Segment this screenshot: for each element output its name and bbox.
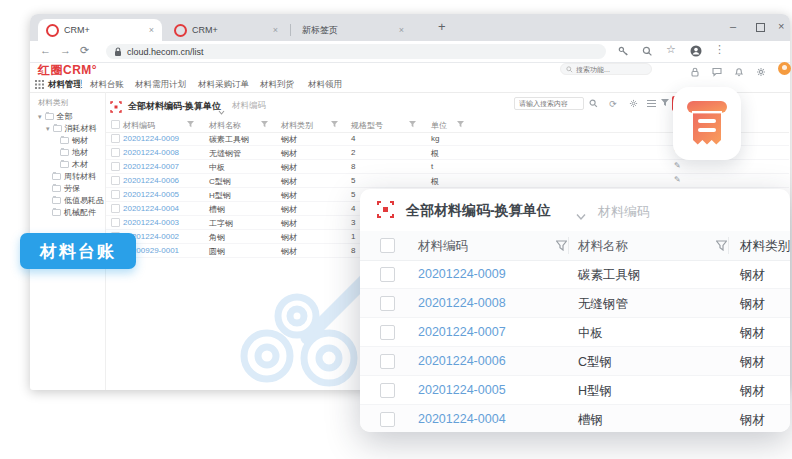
minimize-button[interactable]: – <box>730 20 736 32</box>
nav-item-requisition[interactable]: 材料领用 <box>308 79 342 91</box>
tree-item-wood[interactable]: 木材 <box>60 159 88 170</box>
filter-icon[interactable] <box>261 121 268 130</box>
tree-item-turnover[interactable]: 周转材料 <box>52 171 96 182</box>
row-checkbox[interactable] <box>111 162 120 171</box>
reload-icon[interactable]: ⟳ <box>80 44 89 57</box>
chevron-down-icon[interactable]: ▾ <box>46 125 50 133</box>
new-tab-button[interactable]: + <box>438 19 446 34</box>
table-search-input[interactable] <box>519 100 577 107</box>
row-checkbox[interactable] <box>111 176 120 185</box>
col-material-code[interactable]: 材料编码 <box>418 238 468 255</box>
row-checkbox[interactable] <box>111 134 120 143</box>
col-material-name[interactable]: 材料名称 <box>578 238 628 255</box>
filter-icon[interactable] <box>556 240 567 254</box>
tree-item-machine-parts[interactable]: 机械配件 <box>52 207 96 218</box>
apps-grid-icon[interactable] <box>35 80 44 89</box>
card-row[interactable]: 20201224-0007中板钢材 <box>360 318 790 347</box>
tab-crm-active[interactable]: CRM+ × <box>38 19 162 41</box>
cell-code[interactable]: 20201224-0007 <box>418 325 506 339</box>
row-checkbox[interactable] <box>380 383 395 398</box>
tree-item-consumables[interactable]: ▾消耗材料 <box>46 123 97 134</box>
chevron-down-icon[interactable] <box>576 207 586 215</box>
col-unit[interactable]: 单位 <box>431 120 447 131</box>
card-row[interactable]: 20201224-0006C型钢钢材 <box>360 347 790 376</box>
row-checkbox[interactable] <box>380 296 395 311</box>
bookmark-star-icon[interactable]: ☆ <box>666 43 676 56</box>
row-checkbox[interactable] <box>380 267 395 282</box>
chevron-down-icon[interactable] <box>218 102 225 109</box>
filter-icon[interactable] <box>331 121 338 130</box>
tab-new-page[interactable]: 新标签页 × <box>294 19 412 41</box>
cell-code[interactable]: 20201224-0003 <box>123 218 179 227</box>
forward-icon[interactable]: → <box>60 44 71 56</box>
row-checkbox[interactable] <box>380 354 395 369</box>
select-all-checkbox[interactable] <box>380 238 395 253</box>
col-material-category[interactable]: 材料类别 <box>740 238 790 255</box>
tree-item-ground[interactable]: 地材 <box>60 147 88 158</box>
cell-code[interactable]: 20201224-0008 <box>418 296 506 310</box>
key-icon[interactable] <box>618 43 629 61</box>
card-row[interactable]: 20201224-0009碳素工具钢钢材 <box>360 260 790 289</box>
nav-item-purchase-order[interactable]: 材料采购订单 <box>198 79 249 91</box>
card-row[interactable]: 20201224-0008无缝钢管钢材 <box>360 289 790 318</box>
chat-icon[interactable] <box>712 63 722 73</box>
cell-code[interactable]: 20201224-0006 <box>418 354 506 368</box>
gear-icon[interactable] <box>628 99 638 109</box>
cell-code[interactable]: 20201224-0004 <box>123 204 179 213</box>
user-avatar[interactable] <box>778 62 791 75</box>
filter-icon[interactable] <box>660 99 670 109</box>
tab-close-icon[interactable]: × <box>273 25 278 35</box>
gear-icon[interactable] <box>756 63 766 73</box>
cell-code[interactable]: 20201224-0004 <box>418 412 506 426</box>
row-checkbox[interactable] <box>111 204 120 213</box>
filter-icon[interactable] <box>409 121 416 130</box>
menu-dots-icon[interactable]: ⋮ <box>714 43 725 56</box>
cell-code[interactable]: 20201224-0008 <box>123 148 179 157</box>
chevron-down-icon[interactable]: ▾ <box>38 113 42 121</box>
cell-code[interactable]: 20201224-0007 <box>123 162 179 171</box>
nav-item-arrival[interactable]: 材料到货 <box>260 79 294 91</box>
col-material-category[interactable]: 材料类别 <box>281 120 313 131</box>
tab-crm-2[interactable]: CRM+ × <box>166 19 286 41</box>
lock-icon[interactable] <box>690 63 700 73</box>
tab-close-icon[interactable]: × <box>399 25 404 35</box>
filter-icon[interactable] <box>716 240 727 254</box>
tree-item-labor[interactable]: 劳保 <box>52 183 80 194</box>
list-view-icon[interactable] <box>646 99 656 109</box>
filter-icon[interactable] <box>457 121 464 130</box>
card-view-title[interactable]: 全部材料编码-换算单位 <box>406 202 551 220</box>
refresh-icon[interactable]: ⟳ <box>608 99 618 109</box>
tree-item-low-value[interactable]: 低值易耗品 <box>52 195 104 206</box>
filter-icon[interactable] <box>187 121 194 130</box>
row-checkbox[interactable] <box>111 190 120 199</box>
tree-item-steel[interactable]: 钢材 <box>60 135 88 146</box>
col-material-code[interactable]: 材料编码 <box>123 120 155 131</box>
nav-item-demand-plan[interactable]: 材料需用计划 <box>135 79 186 91</box>
view-title[interactable]: 全部材料编码-换算单位 <box>128 100 221 113</box>
row-checkbox[interactable] <box>111 148 120 157</box>
cell-code[interactable]: 20201224-0009 <box>123 134 179 143</box>
table-row[interactable]: 20201224-0007中板钢材8t✎ <box>106 160 789 174</box>
row-checkbox[interactable] <box>380 412 395 427</box>
card-row[interactable]: 20201224-0004槽钢钢材 <box>360 405 790 432</box>
zoom-icon[interactable] <box>642 43 653 61</box>
select-all-checkbox[interactable] <box>111 120 120 129</box>
table-row[interactable]: 20201224-0006C型钢钢材5根✎ <box>106 174 789 188</box>
cell-code[interactable]: 20201224-0005 <box>123 190 179 199</box>
col-material-name[interactable]: 材料名称 <box>209 120 241 131</box>
edit-icon[interactable]: ✎ <box>674 175 681 184</box>
profile-avatar-icon[interactable] <box>690 43 702 61</box>
card-row[interactable]: 20201224-0005H型钢钢材 <box>360 376 790 405</box>
close-button[interactable]: × <box>778 20 784 32</box>
col-spec-model[interactable]: 规格型号 <box>351 120 383 131</box>
cell-code[interactable]: 20201224-0006 <box>123 176 179 185</box>
row-checkbox[interactable] <box>111 218 120 227</box>
url-field[interactable]: cloud.hecom.cn/list <box>106 44 606 59</box>
cell-code[interactable]: 20201224-0009 <box>418 267 506 281</box>
edit-icon[interactable]: ✎ <box>674 161 681 170</box>
app-search-input[interactable] <box>576 66 646 73</box>
bell-icon[interactable] <box>734 63 744 73</box>
row-checkbox[interactable] <box>380 325 395 340</box>
tab-close-icon[interactable]: × <box>149 25 154 35</box>
tree-item-all[interactable]: ▾全部 <box>38 111 73 122</box>
